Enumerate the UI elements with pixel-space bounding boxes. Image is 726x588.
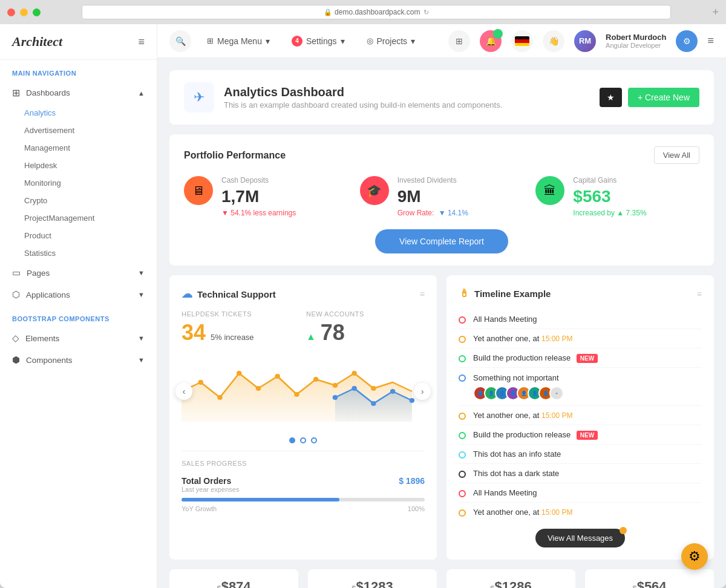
sidebar-subitem-helpdesk[interactable]: Helpdesk [0,157,157,174]
bottom-stat-4: $$564 [585,569,714,588]
sidebar-subitem-crypto[interactable]: Crypto [0,192,157,209]
grid-icon-button[interactable]: ⊞ [448,30,470,52]
create-new-button[interactable]: + Create New [628,88,699,107]
page-header-text: Analytics Dashboard This is an example d… [224,85,502,109]
search-button[interactable]: 🔍 [169,30,191,52]
maximize-button[interactable] [33,8,41,16]
app-container: Architect ≡ MAIN NAVIGATION ⊞ Dashboards… [0,24,726,588]
timeline-menu-icon[interactable]: ≡ [697,289,702,299]
tech-chart-container: ‹ [182,355,425,428]
carousel-dot-2[interactable] [300,437,306,443]
sidebar-subitem-management[interactable]: Management [0,139,157,157]
titlebar: 🔒 demo.dashboardpack.com ↻ + [0,0,726,24]
capital-change: Increased by ▲ 7.35% [573,209,646,217]
portfolio-header: Portfolio Performance View All [184,146,699,164]
notification-icon-button[interactable]: 🔔 [480,30,502,52]
carousel-prev-button[interactable]: ‹ [175,383,192,400]
portfolio-btn-row: View Complete Report [184,229,699,253]
grow-rate-value: ▼ 14.1% [439,209,468,217]
bottom-stats-row: $$874 $$1283 $$1286 [169,569,714,588]
svg-point-15 [410,398,414,403]
sidebar-item-dashboards[interactable]: ⊞ Dashboards ▲ [0,82,157,104]
timeline-item-7: This dot has an info state [459,445,702,464]
url-bar[interactable]: 🔒 demo.dashboardpack.com ↻ [82,5,671,19]
user-info: Robert Murdoch Angular Developer [606,33,666,49]
svg-point-9 [352,371,356,376]
cash-label: Cash Deposits [221,176,296,185]
plane-icon: ✈ [194,90,204,105]
user-settings-button[interactable]: ⚙ [676,30,698,52]
new-accounts-metric: NEW ACCOUNTS ▲ 78 [306,310,425,345]
settings-label: Settings [306,36,337,46]
settings-fab-button[interactable]: ⚙ [681,543,708,570]
carousel-dot-1[interactable] [289,437,295,443]
progress-fill [182,498,339,501]
carousel-dot-3[interactable] [311,437,317,443]
timeline-text-4: Something not important [473,373,559,382]
new-tab-button[interactable]: + [712,6,719,19]
invested-value: 9M [397,187,468,206]
avatar[interactable]: RM [574,30,596,52]
minimize-button[interactable] [20,8,28,16]
svg-point-13 [371,401,376,406]
portfolio-card: Portfolio Performance View All 🖥 Cash De… [169,134,714,266]
helpdesk-value-row: 34 5% increase [182,320,300,345]
cash-change: ▼ 54.1% less earnings [221,209,296,217]
pages-icon: ▭ [12,267,21,278]
timeline-item-10: Yet another one, at 15:00 PM [459,503,702,521]
svg-point-12 [352,386,356,391]
tech-card-menu-icon[interactable]: ≡ [420,289,425,299]
sidebar-subitem-product[interactable]: Product [0,227,157,244]
star-button[interactable]: ★ [600,88,622,107]
timeline-time-10: 15:00 PM [541,508,572,517]
messages-notif-dot [620,527,627,534]
view-all-button[interactable]: View All [654,146,699,164]
sidebar-subitem-monitoring[interactable]: Monitoring [0,174,157,192]
projects-nav[interactable]: ◎ Projects ▾ [361,33,422,50]
tech-card-title: ☁ Technical Support [182,287,276,301]
sidebar-subitem-projectmanagement[interactable]: ProjectManagement [0,209,157,227]
notification-badge [493,29,503,39]
cash-value: 1,7M [221,187,296,206]
view-all-messages-button[interactable]: View All Messages [535,529,625,547]
main-content: ✈ Analytics Dashboard This is an example… [157,58,726,588]
sidebar-subitem-advertisement[interactable]: Advertisement [0,122,157,139]
timeline-text-8: This dot has a dark state [473,469,702,478]
complete-report-button[interactable]: View Complete Report [375,229,508,253]
mega-menu-nav[interactable]: ⊞ Mega Menu ▾ [201,33,276,50]
hand-icon-button[interactable]: 👋 [543,30,564,52]
sidebar-subitem-statistics[interactable]: Statistics [0,244,157,262]
bottom-stat-value-3: $$1286 [459,579,563,588]
sidebar-item-elements[interactable]: ◇ Elements ▼ [0,327,157,349]
timeline-text-6: Build the production release NEW [473,430,702,439]
sidebar-item-pages[interactable]: ▭ Pages ▼ [0,262,157,284]
header: 🔍 ⊞ Mega Menu ▾ 4 Settings ▾ ◎ Projects … [157,24,726,58]
components-icon: ⬢ [12,354,20,365]
sidebar-subitem-analytics[interactable]: Analytics [0,104,157,122]
cloud-icon: ☁ [182,287,192,301]
sidebar-toggle-icon[interactable]: ≡ [138,36,145,48]
timeline-footer: View All Messages [459,521,702,547]
stat-capital-content: Capital Gains $563 Increased by ▲ 7.35% [573,176,646,217]
flag-button[interactable] [511,30,533,52]
helpdesk-label: HELPDESK TICKETS [182,310,300,318]
elements-label: Elements [25,334,59,343]
timeline-content-4: Something not important 👤 👤 👤 👤 👤 👤 [473,373,564,400]
sidebar-item-components[interactable]: ⬢ Components ▼ [0,349,157,371]
settings-nav[interactable]: 4 Settings ▾ [286,32,351,50]
bottom-stat-amount-1: $874 [221,579,251,588]
capital-label: Capital Gains [573,176,646,185]
header-menu-icon[interactable]: ≡ [707,34,714,47]
tech-card-header: ☁ Technical Support ≡ [182,287,425,301]
carousel-next-button[interactable]: › [414,383,431,400]
cash-icon: 🖥 [184,176,213,205]
sidebar-item-applications[interactable]: ⬡ Applications ▼ [0,284,157,305]
portfolio-title: Portfolio Performance [184,150,286,161]
close-button[interactable] [7,8,15,16]
capital-icon: 🏛 [535,176,564,205]
projects-icon: ◎ [367,36,373,45]
timeline-time-5: 15:00 PM [541,411,572,420]
sidebar-brand: Architect ≡ [0,24,157,60]
applications-label: Applications [26,290,70,299]
orders-amount-text: $ 1896 [399,476,425,486]
